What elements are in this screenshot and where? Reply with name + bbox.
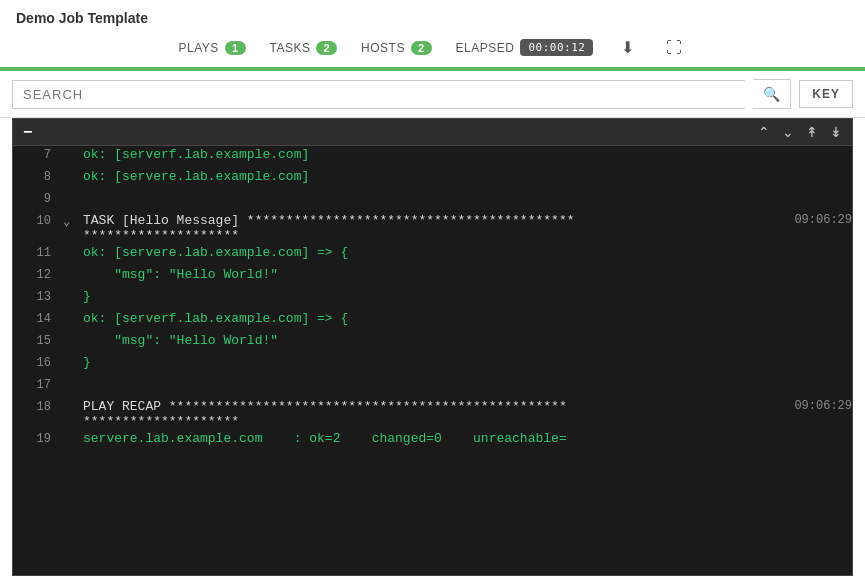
terminal-line: 15 "msg": "Hello World!"	[13, 332, 852, 354]
search-icon: 🔍	[763, 86, 780, 102]
terminal-line: 10 ⌄ TASK [Hello Message] **************…	[13, 212, 852, 244]
line-collapse	[63, 431, 83, 432]
collapse-button[interactable]: −	[23, 123, 32, 141]
scroll-up-icon[interactable]: ⌃	[758, 124, 770, 140]
line-content: "msg": "Hello World!"	[83, 333, 852, 348]
scroll-top-icon[interactable]: ↟	[806, 124, 818, 140]
line-content: servere.lab.example.com : ok=2 changed=0…	[83, 431, 852, 446]
line-time: 09:06:29	[774, 399, 852, 429]
line-collapse	[63, 355, 83, 356]
line-content: ok: [servere.lab.example.com] => {	[83, 245, 852, 260]
elapsed-label: ELAPSED	[456, 41, 515, 55]
line-content: }	[83, 355, 852, 370]
line-collapse	[63, 245, 83, 246]
terminal-line: 13 }	[13, 288, 852, 310]
line-number: 9	[13, 191, 63, 206]
line-collapse	[63, 289, 83, 290]
line-number: 17	[13, 377, 63, 392]
line-content	[83, 377, 852, 392]
line-number: 12	[13, 267, 63, 282]
hosts-badge: 2	[411, 41, 432, 55]
key-button[interactable]: KEY	[799, 80, 853, 108]
terminal-container: − ⌃ ⌄ ↟ ↡ 7 ok: [serverf.lab.example.com…	[12, 118, 853, 576]
line-content: ok: [serverf.lab.example.com] => {	[83, 311, 852, 326]
line-collapse	[63, 267, 83, 268]
page-title: Demo Job Template	[16, 10, 849, 26]
nav-item-tasks[interactable]: TASKS 2	[270, 41, 338, 55]
terminal-line: 18 PLAY RECAP **************************…	[13, 398, 852, 430]
line-content: ok: [serverf.lab.example.com]	[83, 147, 852, 162]
nav-item-hosts[interactable]: HOSTS 2	[361, 41, 431, 55]
line-content: "msg": "Hello World!"	[83, 267, 852, 282]
line-collapse	[63, 311, 83, 312]
scroll-down-icon[interactable]: ⌄	[782, 124, 794, 140]
line-content: ok: [servere.lab.example.com]	[83, 169, 852, 184]
terminal-line: 19 servere.lab.example.com : ok=2 change…	[13, 430, 852, 452]
line-number: 15	[13, 333, 63, 348]
terminal-line: 11 ok: [servere.lab.example.com] => {	[13, 244, 852, 266]
line-time: 09:06:29	[774, 213, 852, 243]
line-collapse	[63, 169, 83, 170]
download-icon[interactable]: ⬇	[617, 36, 638, 59]
terminal-line: 7 ok: [serverf.lab.example.com]	[13, 146, 852, 168]
terminal-nav-icons: ⌃ ⌄ ↟ ↡	[758, 124, 842, 140]
hosts-label: HOSTS	[361, 41, 405, 55]
line-collapse	[63, 399, 83, 400]
line-collapse	[63, 191, 83, 192]
line-collapse	[63, 147, 83, 148]
line-content	[83, 191, 852, 206]
line-number: 13	[13, 289, 63, 304]
tasks-badge: 2	[316, 41, 337, 55]
line-content: PLAY RECAP *****************************…	[83, 399, 774, 429]
line-number: 19	[13, 431, 63, 446]
terminal-body[interactable]: 7 ok: [serverf.lab.example.com] 8 ok: [s…	[13, 146, 852, 575]
line-number: 16	[13, 355, 63, 370]
scroll-bottom-icon[interactable]: ↡	[830, 124, 842, 140]
tasks-label: TASKS	[270, 41, 311, 55]
plays-label: PLAYS	[179, 41, 219, 55]
search-button[interactable]: 🔍	[753, 79, 791, 109]
nav-item-plays[interactable]: PLAYS 1	[179, 41, 246, 55]
header: Demo Job Template PLAYS 1 TASKS 2 HOSTS …	[0, 0, 865, 67]
line-collapse[interactable]: ⌄	[63, 213, 83, 229]
line-number: 14	[13, 311, 63, 326]
line-collapse	[63, 377, 83, 378]
search-bar: 🔍 KEY	[0, 71, 865, 118]
nav-item-elapsed: ELAPSED 00:00:12	[456, 39, 594, 56]
app-container: Demo Job Template PLAYS 1 TASKS 2 HOSTS …	[0, 0, 865, 584]
line-number: 10	[13, 213, 63, 228]
terminal-line: 12 "msg": "Hello World!"	[13, 266, 852, 288]
terminal-line: 9	[13, 190, 852, 212]
line-content: TASK [Hello Message] *******************…	[83, 213, 774, 243]
terminal-line: 8 ok: [servere.lab.example.com]	[13, 168, 852, 190]
terminal-line: 14 ok: [serverf.lab.example.com] => {	[13, 310, 852, 332]
expand-icon[interactable]: ⛶	[662, 37, 686, 59]
terminal-line: 17	[13, 376, 852, 398]
plays-badge: 1	[225, 41, 246, 55]
search-input[interactable]	[12, 80, 745, 109]
terminal-toolbar: − ⌃ ⌄ ↟ ↡	[13, 119, 852, 146]
terminal-line: 16 }	[13, 354, 852, 376]
line-collapse	[63, 333, 83, 334]
line-content: }	[83, 289, 852, 304]
line-number: 18	[13, 399, 63, 414]
elapsed-value: 00:00:12	[520, 39, 593, 56]
line-number: 8	[13, 169, 63, 184]
line-number: 11	[13, 245, 63, 260]
nav-bar: PLAYS 1 TASKS 2 HOSTS 2 ELAPSED 00:00:12…	[16, 36, 849, 67]
line-number: 7	[13, 147, 63, 162]
